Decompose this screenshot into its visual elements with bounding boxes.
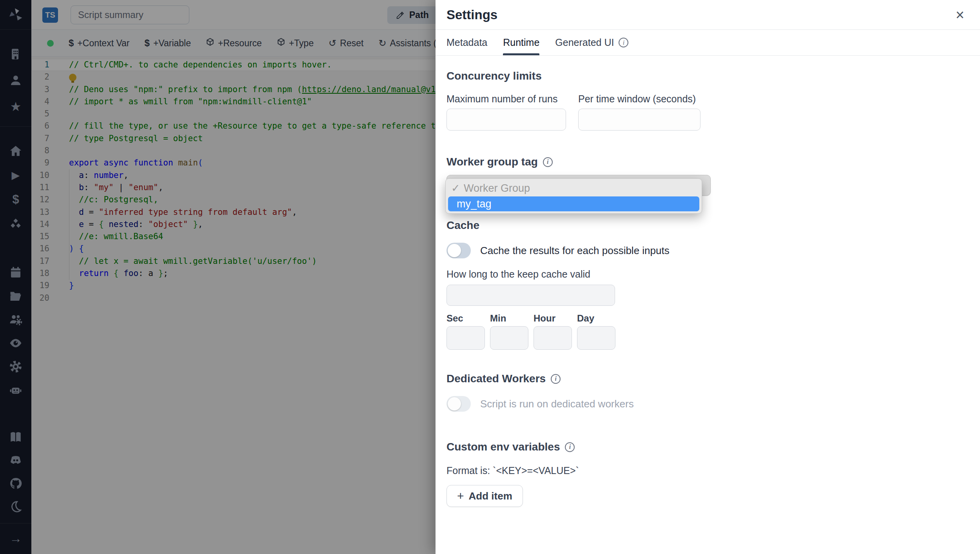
- min-input[interactable]: [490, 326, 528, 350]
- add-item-button-label: Add item: [469, 490, 512, 502]
- max-runs-input[interactable]: [446, 109, 566, 131]
- dedicated-workers-heading: Dedicated Workers i: [446, 372, 969, 385]
- time-window-label: Per time window (seconds): [578, 93, 701, 105]
- worker-group-select-wrap: ✓Worker Groupmy_tag: [446, 175, 711, 196]
- max-runs-group: Maximum number of runs: [446, 93, 566, 131]
- cache-duration-label: How long to the keep cache valid: [446, 269, 969, 280]
- unit-label: Sec: [446, 313, 485, 324]
- cache-duration-input[interactable]: [446, 285, 615, 306]
- cache-unit-day: Day: [577, 313, 615, 350]
- cache-units-grid: SecMinHourDay: [446, 313, 969, 350]
- info-icon[interactable]: i: [543, 157, 553, 167]
- tab-metadata[interactable]: Metadata: [446, 30, 487, 55]
- dedicated-toggle-row: Script is run on dedicated workers: [446, 396, 969, 412]
- day-input[interactable]: [577, 326, 615, 350]
- max-runs-label: Maximum number of runs: [446, 93, 566, 105]
- dedicated-workers-heading-label: Dedicated Workers: [446, 372, 546, 385]
- cache-toggle-row: Cache the results for each possible inpu…: [446, 243, 969, 258]
- tab-generated-ui[interactable]: Generated UIi: [555, 30, 628, 55]
- custom-env-heading: Custom env variables i: [446, 441, 969, 453]
- info-icon[interactable]: i: [551, 374, 561, 384]
- check-icon: ✓: [451, 182, 460, 194]
- cache-unit-min: Min: [490, 313, 528, 350]
- cache-unit-sec: Sec: [446, 313, 485, 350]
- cache-toggle[interactable]: [446, 243, 471, 258]
- dedicated-workers-toggle-label: Script is run on dedicated workers: [480, 398, 634, 410]
- close-icon[interactable]: ×: [956, 7, 964, 22]
- settings-tabs: MetadataRuntimeGenerated UIi: [436, 30, 980, 56]
- info-icon[interactable]: i: [565, 442, 575, 452]
- tab-runtime[interactable]: Runtime: [503, 30, 539, 55]
- concurrency-heading: Concurency limits: [446, 70, 969, 82]
- unit-label: Day: [577, 313, 615, 324]
- worker-group-heading: Worker group tag i: [446, 156, 969, 168]
- unit-label: Hour: [534, 313, 572, 324]
- unit-label: Min: [490, 313, 528, 324]
- info-icon: i: [619, 38, 628, 47]
- dedicated-workers-toggle[interactable]: [446, 396, 471, 412]
- drawer-content: Concurency limits Maximum number of runs…: [436, 70, 980, 507]
- custom-env-heading-label: Custom env variables: [446, 441, 560, 453]
- settings-drawer: Settings × MetadataRuntimeGenerated UIi …: [436, 0, 980, 554]
- cache-toggle-label: Cache the results for each possible inpu…: [480, 245, 670, 257]
- windmill-app: ★▶$→ TS Path $+Context Var$+Variable+Res…: [0, 0, 980, 554]
- worker-group-dropdown-menu: ✓Worker Groupmy_tag: [445, 178, 702, 214]
- time-window-group: Per time window (seconds): [578, 93, 701, 131]
- add-item-button[interactable]: + Add item: [446, 485, 523, 507]
- cache-heading: Cache: [446, 219, 969, 232]
- drawer-header: Settings ×: [436, 0, 980, 30]
- dropdown-option-worker-group[interactable]: ✓Worker Group: [446, 180, 702, 196]
- toggle-knob: [448, 397, 461, 411]
- toggle-knob: [448, 244, 461, 257]
- drawer-title: Settings: [446, 7, 956, 22]
- plus-icon: +: [457, 490, 464, 502]
- cache-unit-hour: Hour: [534, 313, 572, 350]
- worker-group-heading-label: Worker group tag: [446, 156, 538, 168]
- dropdown-option-my_tag[interactable]: my_tag: [448, 196, 699, 211]
- env-format-hint: Format is: `<KEY>=<VALUE>`: [446, 465, 969, 476]
- hour-input[interactable]: [534, 326, 572, 350]
- concurrency-fields: Maximum number of runs Per time window (…: [446, 93, 969, 131]
- sec-input[interactable]: [446, 326, 485, 350]
- time-window-input[interactable]: [578, 109, 701, 131]
